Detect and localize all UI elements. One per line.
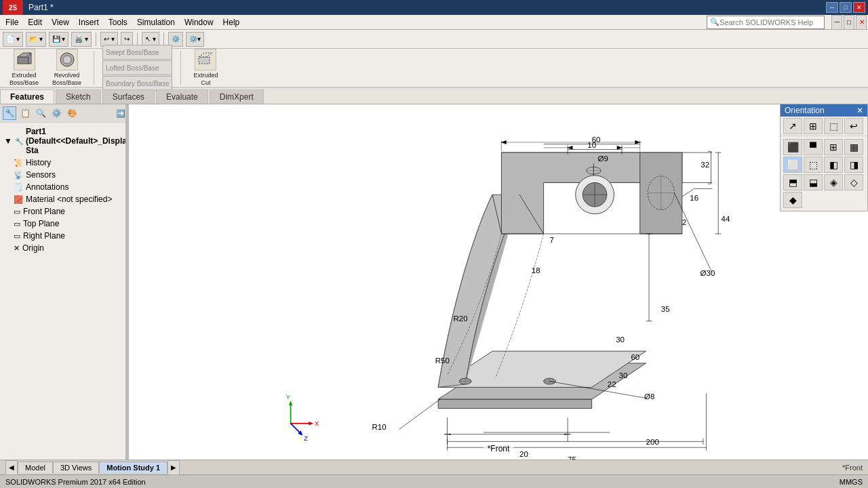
tree-item-annotations[interactable]: 🗒️ Annotations [0,181,128,193]
menu-insert[interactable]: Insert [75,16,103,28]
tab-surfaces[interactable]: Surfaces [102,89,155,104]
bottom-tab-model[interactable]: Model [18,462,53,473]
tree-item-top-plane[interactable]: ▭ Top Plane [0,218,128,230]
tree-item-history[interactable]: 📜 History [0,157,128,169]
panel-icon-featuremanager[interactable]: 🔧 [3,106,16,120]
view-iso[interactable]: ◈ [824,174,843,190]
panel-expand-icon[interactable]: ➡️ [116,109,125,118]
tree-item-origin[interactable]: ✕ Origin [0,242,128,254]
right-plane-icon: ▭ [14,232,20,241]
svg-text:7: 7 [549,236,553,244]
extruded-cut-icon [195,49,216,70]
view-right[interactable]: ◨ [844,157,863,173]
menu-tools[interactable]: Tools [104,16,132,28]
panel-icon-displaymanager[interactable]: 🎨 [65,106,79,120]
search-input[interactable] [719,18,821,26]
menu-edit[interactable]: Edit [24,16,46,28]
tab-dimxpert[interactable]: DimXpert [210,89,264,104]
options2-button[interactable]: ⚙️▾ [186,32,204,47]
panel-icon-dimbxpert[interactable]: ⚙️ [50,106,63,120]
panel-resizer[interactable] [125,104,128,460]
tab-evaluate[interactable]: Evaluate [156,89,208,104]
menu-window[interactable]: Window [180,16,218,28]
feature-separator-2 [180,51,181,85]
tree-item-history-label: History [26,158,51,167]
panel-icon-propertymanager[interactable]: 📋 [18,106,32,120]
material-icon: 🧱 [14,195,23,204]
win-close[interactable]: ✕ [856,15,867,30]
app-title: Part1 * [28,3,54,12]
orient-zoom-sheet[interactable]: ⬚ [824,118,843,134]
orient-toolbar-1: ↗ ⊞ ⬚ ↩ [781,117,867,136]
svg-text:30: 30 [616,336,625,344]
extruded-cut-button[interactable]: ExtrudedCut [189,46,222,89]
menu-file[interactable]: File [1,16,22,28]
panel-icon-bar: 🔧 📋 🔍 ⚙️ 🎨 ➡️ [0,104,128,123]
history-icon: 📜 [14,159,23,167]
tree-item-material[interactable]: 🧱 Material <not specified> [0,193,128,205]
extruded-boss-button[interactable]: ExtrudedBoss/Base [5,46,43,89]
tree-item-front-plane[interactable]: ▭ Front Plane [0,205,128,218]
main-area: 🔧 📋 🔍 ⚙️ 🎨 ➡️ ▼ 🔧 Part1 (Default<<Defaul… [0,104,868,460]
view-extra[interactable]: ▦ [844,139,863,155]
orient-previous[interactable]: ↩ [844,118,863,134]
swept-boss-button[interactable]: Swept Boss/Base [102,45,172,60]
tree-root[interactable]: ▼ 🔧 Part1 (Default<<Default>_Display Sta [0,125,128,157]
svg-text:32: 32 [701,161,709,169]
orient-row-3: ⬒ ⬓ ◈ ◇ [783,174,865,190]
menu-help[interactable]: Help [219,16,244,28]
new-button[interactable]: 📄 ▾ [3,32,23,47]
view-left[interactable]: ◧ [824,157,843,173]
viewport[interactable]: 10 60 32 16 Ø [129,104,868,460]
view-dimetric[interactable]: ◇ [844,174,863,190]
menu-simulation[interactable]: Simulation [133,16,179,28]
tree-item-origin-label: Origin [22,243,44,253]
tree-item-right-plane[interactable]: ▭ Right Plane [0,230,128,242]
orientation-close-button[interactable]: ✕ [856,106,863,115]
open-button[interactable]: 📂 ▾ [26,32,46,47]
win-restore[interactable]: □ [844,15,854,30]
view-back[interactable]: ⬚ [804,157,823,173]
bottom-tab-motionstudy[interactable]: Motion Study 1 [99,462,167,473]
win-minimize[interactable]: ─ [831,15,842,30]
bottom-status: *Front [842,464,863,472]
view-trimetric[interactable]: ◆ [783,192,802,208]
orient-views-grid: ⬛ ▀ ⊞ ▦ ⬜ ⬚ ◧ ◨ ⬒ ⬓ [781,136,867,211]
svg-rect-5 [199,57,210,64]
print-button[interactable]: 🖨️ ▾ [71,32,92,47]
orient-zoom-fit[interactable]: ⊞ [804,118,823,134]
tab-sketch[interactable]: Sketch [56,89,101,104]
tab-features[interactable]: Features [0,89,54,104]
panel-icon-configmanager[interactable]: 🔍 [34,106,47,120]
view-single[interactable]: ⬛ [783,139,802,155]
bottom-next-button[interactable]: ▶ [167,460,180,475]
bottom-prev-button[interactable]: ◀ [5,460,18,475]
revolved-boss-button[interactable]: RevolvedBoss/Base [48,46,85,89]
restore-button[interactable]: □ [840,2,852,13]
svg-text:60: 60 [631,353,639,361]
svg-marker-6 [199,53,212,57]
svg-text:R20: R20 [453,314,467,323]
svg-text:18: 18 [532,266,540,274]
title-bar: 2S Part1 * ─ □ ✕ [0,0,868,15]
bottom-tab-3dviews[interactable]: 3D Views [53,462,99,473]
view-bottom[interactable]: ⬓ [804,174,823,190]
tree-item-sensors[interactable]: 📡 Sensors [0,169,128,181]
orient-normal-to[interactable]: ↗ [783,118,802,134]
svg-text:30: 30 [619,371,628,380]
view-4[interactable]: ⊞ [824,139,843,155]
view-front[interactable]: ⬜ [783,157,802,173]
tree-item-top-plane-label: Top Plane [23,219,59,228]
save-button[interactable]: 💾 ▾ [49,32,69,47]
view-top[interactable]: ⬒ [783,174,802,190]
status-bar: SOLIDWORKS Premium 2017 x64 Edition MMGS [0,474,868,488]
lofted-boss-button[interactable]: Lofted Boss/Base [102,60,172,75]
boundary-boss-button[interactable]: Boundary Boss/Base [102,76,172,91]
tree-item-sensors-label: Sensors [26,170,56,180]
left-panel: 🔧 📋 🔍 ⚙️ 🎨 ➡️ ▼ 🔧 Part1 (Default<<Defaul… [0,104,129,460]
minimize-button[interactable]: ─ [826,2,838,13]
close-button[interactable]: ✕ [853,2,865,13]
view-2-horiz[interactable]: ▀ [804,139,823,155]
menu-view[interactable]: View [47,16,73,28]
orient-row-2: ⬜ ⬚ ◧ ◨ [783,157,865,173]
